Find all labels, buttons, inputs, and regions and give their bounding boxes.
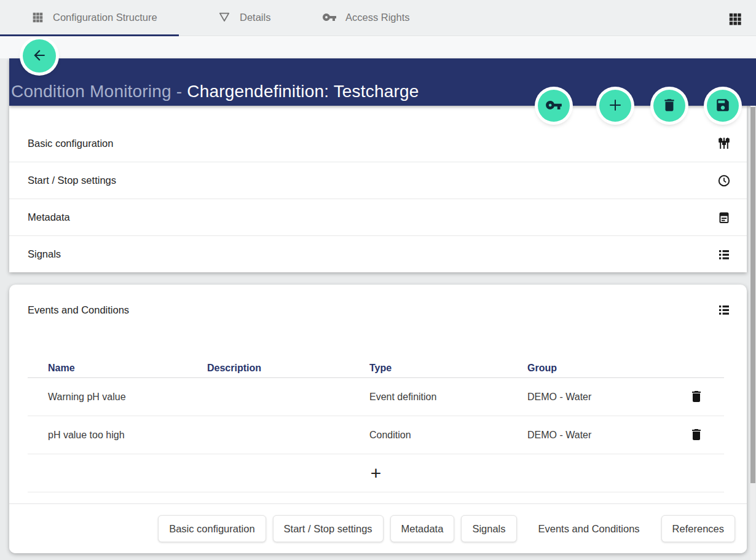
clock-icon — [717, 173, 731, 188]
section-label: Basic configuration — [28, 138, 113, 149]
trash-icon — [661, 97, 677, 115]
cell-group: DEMO - Water — [527, 430, 668, 441]
nav-button-basic-configuration[interactable]: Basic configuration — [158, 515, 266, 542]
cell-type: Event definition — [369, 392, 527, 403]
column-header-name: Name — [48, 363, 207, 374]
section-signals[interactable]: Signals — [9, 235, 747, 272]
top-tab-bar: Configuration Structure Details Access R… — [0, 0, 756, 36]
page-title: Condition Monitoring - Chargendefinition… — [11, 82, 419, 101]
trash-icon — [689, 396, 704, 406]
section-basic-configuration[interactable]: Basic configuration — [9, 125, 747, 162]
tab-details[interactable]: Details — [218, 0, 270, 34]
events-table: Name Description Type Group Warning pH v… — [28, 363, 724, 492]
column-header-description: Description — [207, 363, 369, 374]
arrow-left-icon — [31, 47, 47, 65]
scrollbar-thumb[interactable] — [750, 107, 755, 483]
tab-access-rights[interactable]: Access Rights — [322, 0, 410, 34]
tab-label: Access Rights — [345, 12, 410, 23]
section-events-and-conditions[interactable]: Events and Conditions — [9, 285, 747, 317]
save-button[interactable] — [707, 90, 739, 122]
section-label: Metadata — [28, 211, 70, 223]
section-label: Start / Stop settings — [28, 175, 116, 186]
header-gap-band — [0, 37, 756, 58]
access-key-button[interactable] — [538, 90, 570, 122]
active-tab-underline — [0, 34, 179, 36]
table-row[interactable]: Warning pH value Event definition DEMO -… — [28, 378, 724, 416]
add-button[interactable] — [599, 90, 631, 122]
nav-button-metadata[interactable]: Metadata — [390, 515, 455, 542]
table-row[interactable]: pH value too high Condition DEMO - Water — [28, 416, 724, 454]
table-header-row: Name Description Type Group — [28, 363, 724, 378]
column-header-type: Type — [369, 363, 527, 374]
key-icon — [545, 97, 562, 116]
configuration-sections-card: Basic configuration Start / Stop setting… — [9, 106, 747, 272]
section-nav-bar: Basic configuration Start / Stop setting… — [9, 503, 747, 553]
trash-icon — [689, 435, 704, 444]
save-icon — [715, 97, 731, 115]
list-icon — [717, 302, 731, 317]
apps-grid-icon[interactable] — [727, 10, 744, 27]
nav-button-start-stop-settings[interactable]: Start / Stop settings — [273, 515, 384, 542]
page-title-main: Chargendefinition: Testcharge — [187, 82, 419, 101]
events-and-conditions-card: Events and Conditions Name Description T… — [9, 285, 747, 553]
calendar-icon — [717, 210, 731, 225]
nav-button-events-and-conditions[interactable]: Events and Conditions — [524, 515, 655, 542]
add-row-button[interactable]: + — [28, 454, 724, 492]
cell-name: Warning pH value — [48, 392, 207, 403]
section-label: Signals — [28, 248, 61, 260]
delete-row-button[interactable] — [688, 389, 704, 405]
sliders-icon — [717, 136, 731, 151]
delete-row-button[interactable] — [688, 427, 704, 443]
nav-button-references[interactable]: References — [661, 515, 735, 542]
cell-type: Condition — [369, 430, 527, 441]
funnel-icon — [218, 10, 231, 24]
section-label: Events and Conditions — [28, 304, 129, 316]
list-icon — [717, 247, 731, 262]
key-icon — [322, 10, 337, 25]
tab-label: Details — [240, 12, 270, 23]
page-title-prefix: Condition Monitoring - — [11, 82, 187, 101]
section-metadata[interactable]: Metadata — [9, 199, 747, 235]
section-start-stop-settings[interactable]: Start / Stop settings — [9, 162, 747, 199]
delete-button[interactable] — [653, 90, 685, 122]
column-header-group: Group — [527, 363, 668, 374]
cell-group: DEMO - Water — [527, 392, 668, 403]
tab-label: Configuration Structure — [53, 12, 157, 23]
plus-icon — [606, 96, 624, 116]
cell-name: pH value too high — [48, 430, 207, 441]
tab-configuration-structure[interactable]: Configuration Structure — [31, 0, 157, 34]
back-button[interactable] — [23, 39, 56, 73]
nav-button-signals[interactable]: Signals — [461, 515, 516, 542]
plus-icon: + — [371, 463, 382, 484]
grid-icon — [31, 10, 44, 24]
app-window: Configuration Structure Details Access R… — [0, 0, 756, 560]
